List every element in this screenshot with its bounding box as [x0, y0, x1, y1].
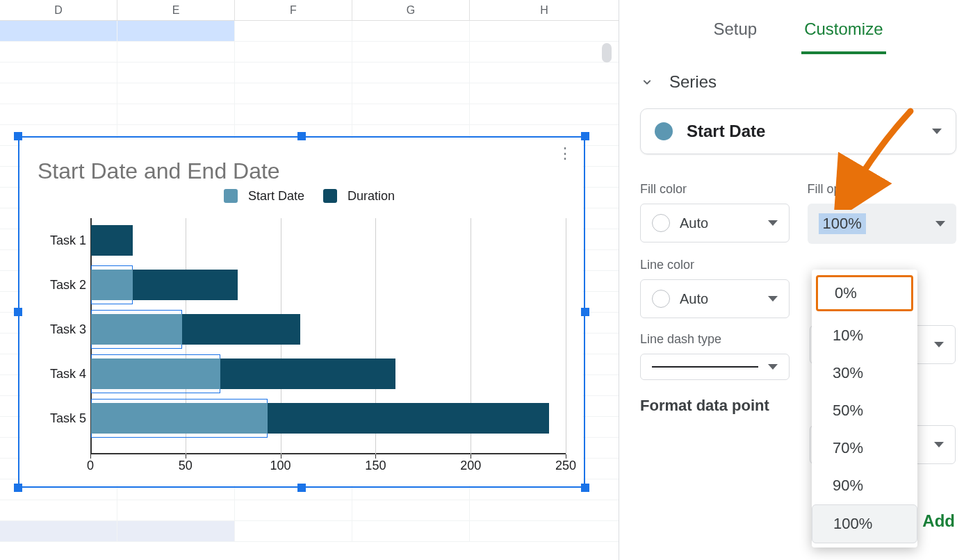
opacity-option-50[interactable]: 50% — [812, 392, 917, 429]
chart-title[interactable]: Start Date and End Date — [38, 158, 280, 184]
y-tick-label: Task 5 — [31, 411, 86, 426]
series-select-label: Start Date — [687, 122, 918, 141]
resize-handle-bl[interactable] — [14, 484, 22, 492]
legend-label-start: Start Date — [248, 189, 304, 203]
line-dash-preview — [652, 366, 758, 368]
add-data-point-button[interactable]: Add — [922, 511, 955, 531]
x-tick-label: 50 — [179, 459, 193, 473]
opacity-option-70[interactable]: 70% — [812, 429, 917, 467]
y-tick-label: Task 2 — [31, 278, 86, 293]
dropdown-caret-icon — [932, 129, 942, 134]
opacity-option-10[interactable]: 10% — [812, 317, 917, 354]
dropdown-caret-icon — [768, 296, 778, 302]
chart-legend[interactable]: Start Date Duration — [21, 189, 582, 204]
opacity-option-100[interactable]: 100% — [812, 504, 917, 543]
legend-label-duration: Duration — [348, 189, 395, 203]
bar-duration[interactable] — [220, 359, 395, 389]
chart-overflow-menu-icon[interactable]: ⋮ — [555, 149, 575, 158]
series-color-dot — [655, 122, 673, 140]
resize-handle-rm[interactable] — [581, 308, 589, 316]
bar-start-date[interactable] — [91, 403, 268, 434]
color-swatch-icon — [652, 290, 670, 308]
fill-color-value: Auto — [680, 215, 708, 231]
line-dash-label: Line dash type — [640, 332, 790, 347]
x-tick-label: 100 — [270, 459, 291, 473]
dropdown-caret-icon — [934, 442, 944, 447]
tab-setup[interactable]: Setup — [710, 10, 760, 54]
fill-opacity-label: Fill opacity — [808, 182, 957, 197]
opacity-option-90[interactable]: 90% — [812, 467, 917, 504]
bar-start-date[interactable] — [91, 270, 133, 300]
resize-handle-lm[interactable] — [14, 308, 22, 316]
y-tick-label: Task 4 — [31, 367, 86, 381]
scrollbar-thumb[interactable] — [602, 43, 612, 63]
chart-object[interactable]: ⋮ Start Date and End Date Start Date Dur… — [17, 135, 587, 489]
x-tick-label: 250 — [555, 459, 576, 473]
chart-plot-area[interactable]: 050100150200250Task 1Task 2Task 3Task 4T… — [90, 218, 566, 454]
x-tick-label: 0 — [87, 459, 94, 473]
chevron-down-icon[interactable] — [640, 75, 654, 89]
resize-handle-tm[interactable] — [297, 132, 306, 140]
color-swatch-icon — [652, 214, 670, 232]
x-tick-label: 200 — [460, 459, 481, 473]
legend-swatch-duration — [323, 189, 337, 203]
chart-editor-sidebar: Setup Customize Series Start Date Fill c… — [619, 0, 973, 560]
x-axis — [90, 453, 566, 454]
bar-duration[interactable] — [91, 225, 133, 256]
y-tick-label: Task 1 — [31, 233, 86, 248]
fill-color-label: Fill color — [640, 182, 790, 197]
section-series-title[interactable]: Series — [669, 72, 717, 92]
dropdown-caret-icon — [768, 364, 778, 370]
x-tick-label: 150 — [365, 459, 386, 473]
bar-duration[interactable] — [133, 270, 237, 300]
bar-start-date[interactable] — [91, 314, 182, 345]
fill-opacity-select[interactable]: 100% — [808, 204, 957, 244]
line-color-select[interactable]: Auto — [640, 279, 790, 318]
dropdown-caret-icon — [934, 342, 944, 347]
col-header-d[interactable]: D — [0, 0, 117, 20]
fill-opacity-value: 100% — [819, 213, 866, 234]
col-header-f[interactable]: F — [235, 0, 352, 20]
legend-swatch-start — [224, 189, 238, 203]
resize-handle-tr[interactable] — [581, 132, 589, 140]
col-header-h[interactable]: H — [470, 0, 619, 20]
col-header-g[interactable]: G — [352, 0, 470, 20]
bar-duration[interactable] — [268, 403, 549, 434]
resize-handle-br[interactable] — [581, 484, 589, 492]
bar-start-date[interactable] — [91, 359, 220, 389]
opacity-option-0[interactable]: 0% — [816, 275, 913, 311]
fill-opacity-dropdown[interactable]: 0%10%30%50%70%90%100% — [812, 270, 917, 547]
line-color-label: Line color — [640, 258, 790, 272]
opacity-option-30[interactable]: 30% — [812, 354, 917, 392]
tab-customize[interactable]: Customize — [801, 10, 885, 54]
y-tick-label: Task 3 — [31, 322, 86, 337]
line-dash-select[interactable] — [640, 354, 790, 380]
series-select[interactable]: Start Date — [640, 108, 956, 154]
resize-handle-bm[interactable] — [297, 484, 306, 492]
column-headers: D E F G H — [0, 0, 619, 21]
line-color-value: Auto — [680, 291, 708, 307]
fill-color-select[interactable]: Auto — [640, 204, 790, 242]
dropdown-caret-icon — [768, 220, 778, 226]
resize-handle-tl[interactable] — [14, 132, 22, 140]
dropdown-caret-icon — [935, 221, 945, 227]
col-header-e[interactable]: E — [117, 0, 235, 20]
bar-duration[interactable] — [182, 314, 300, 345]
